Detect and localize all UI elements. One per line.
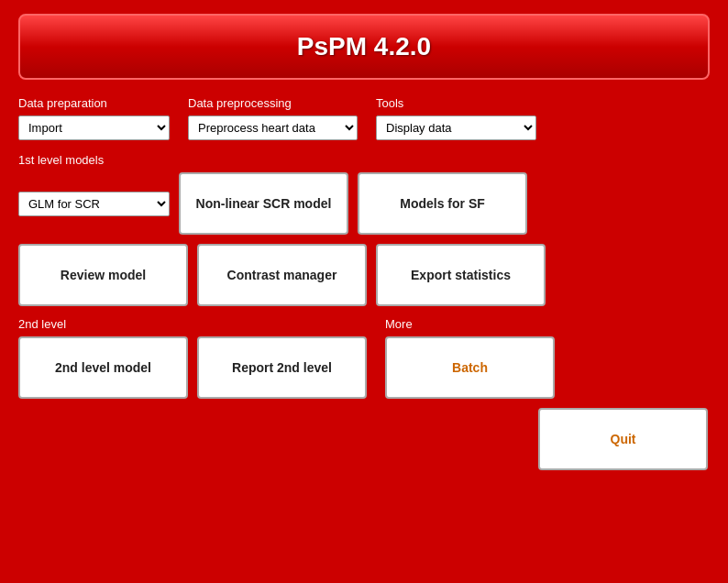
contrast-manager-button[interactable]: Contrast manager [197, 244, 367, 306]
main-container: PsPM 4.2.0 Data preparation Import Data … [0, 0, 728, 583]
batch-button[interactable]: Batch [385, 336, 555, 399]
quit-button[interactable]: Quit [538, 408, 708, 470]
non-linear-scr-button[interactable]: Non-linear SCR model [179, 172, 348, 235]
data-preproc-select[interactable]: Preprocess heart data [188, 116, 358, 140]
export-statistics-button[interactable]: Export statistics [376, 244, 546, 306]
data-preproc-label: Data preprocessing [188, 96, 358, 110]
data-preproc-group: Data preprocessing Preprocess heart data [188, 96, 358, 140]
data-prep-group: Data preparation Import [18, 96, 170, 140]
tools-select[interactable]: Display data [376, 116, 536, 140]
title-bar: PsPM 4.2.0 [18, 14, 710, 80]
data-prep-label: Data preparation [18, 96, 170, 110]
more-label: More [385, 317, 555, 331]
review-model-button[interactable]: Review model [18, 244, 188, 306]
tools-label: Tools [376, 96, 536, 110]
models-sf-button[interactable]: Models for SF [358, 172, 527, 235]
first-level-select[interactable]: GLM for SCR [18, 192, 170, 216]
second-level-model-button[interactable]: 2nd level model [18, 336, 188, 399]
second-level-label: 2nd level [18, 317, 367, 331]
report-2nd-level-button[interactable]: Report 2nd level [197, 336, 367, 399]
first-level-label: 1st level models [18, 153, 710, 167]
data-prep-select[interactable]: Import [18, 116, 170, 140]
tools-group: Tools Display data [376, 96, 536, 140]
app-title: PsPM 4.2.0 [297, 32, 431, 60]
